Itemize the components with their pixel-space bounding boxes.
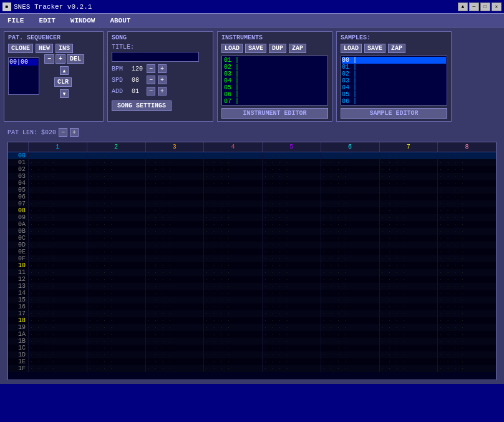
grid-cell[interactable]: · · · · — [321, 290, 379, 297]
grid-cell[interactable]: · · · · — [28, 331, 87, 338]
grid-cell[interactable]: · · · · — [28, 159, 87, 166]
inst-zap-button[interactable]: ZAP — [289, 44, 306, 53]
grid-cell[interactable]: · · · · — [87, 269, 145, 276]
grid-row[interactable]: 15· · · ·· · · ·· · · ·· · · ·· · · ·· ·… — [8, 297, 496, 303]
grid-cell[interactable]: · · · · — [145, 173, 204, 180]
grid-row[interactable]: 0D· · · ·· · · ·· · · ·· · · ·· · · ·· ·… — [8, 242, 496, 248]
inst-item-4[interactable]: 04 | — [223, 77, 327, 84]
grid-cell[interactable]: · · · · — [87, 317, 145, 324]
sample-editor-button[interactable]: SAMPLE EDITOR — [341, 108, 447, 119]
grid-cell[interactable]: · · · · — [28, 310, 87, 317]
grid-cell[interactable]: · · · · — [203, 317, 262, 324]
grid-cell[interactable]: · · · · — [203, 283, 262, 290]
grid-cell[interactable]: · · · · — [87, 351, 145, 358]
seq-item-0[interactable]: 00|00 — [9, 59, 38, 66]
grid-row[interactable]: 05· · · ·· · · ·· · · ·· · · ·· · · ·· ·… — [8, 187, 496, 194]
grid-cell[interactable]: · · · · — [262, 235, 321, 242]
grid-cell[interactable]: · · · · — [203, 365, 262, 372]
grid-cell[interactable]: · · · · — [87, 200, 145, 207]
grid-cell[interactable]: · · · · — [87, 152, 145, 159]
add-minus-button[interactable]: − — [147, 87, 155, 96]
grid-cell[interactable]: · · · · — [321, 242, 379, 248]
grid-cell[interactable]: · · · · — [262, 317, 321, 324]
grid-row[interactable]: 13· · · ·· · · ·· · · ·· · · ·· · · ·· ·… — [8, 283, 496, 290]
grid-cell[interactable]: · · · · — [203, 297, 262, 303]
grid-cell[interactable]: · · · · — [321, 200, 379, 207]
grid-row[interactable]: 1A· · · ·· · · ·· · · ·· · · ·· · · ·· ·… — [8, 331, 496, 338]
bpm-minus-button[interactable]: − — [147, 64, 155, 73]
grid-cell[interactable]: · · · · — [437, 228, 496, 235]
inst-dup-button[interactable]: DUP — [269, 44, 286, 53]
grid-cell[interactable]: · · · · — [321, 276, 379, 283]
grid-cell[interactable]: · · · · — [437, 173, 496, 180]
grid-cell[interactable]: · · · · — [28, 297, 87, 303]
grid-cell[interactable]: · · · · — [145, 194, 204, 200]
grid-cell[interactable]: · · · · — [28, 358, 87, 365]
grid-cell[interactable]: · · · · — [437, 317, 496, 324]
grid-cell[interactable]: · · · · — [87, 283, 145, 290]
grid-cell[interactable]: · · · · — [28, 262, 87, 269]
grid-cell[interactable]: · · · · — [321, 365, 379, 372]
grid-cell[interactable]: · · · · — [321, 269, 379, 276]
menu-about[interactable]: ABOUT — [107, 16, 133, 26]
song-title-input[interactable] — [112, 52, 199, 62]
sample-item-5[interactable]: 05 | — [342, 91, 446, 98]
grid-cell[interactable]: · · · · — [262, 255, 321, 262]
grid-cell[interactable]: · · · · — [379, 331, 438, 338]
sample-item-2[interactable]: 02 | — [342, 71, 446, 77]
grid-cell[interactable]: · · · · — [379, 173, 438, 180]
grid-row[interactable]: 07· · · ·· · · ·· · · ·· · · ·· · · ·· ·… — [8, 200, 496, 207]
grid-row[interactable]: 16· · · ·· · · ·· · · ·· · · ·· · · ·· ·… — [8, 303, 496, 310]
grid-cell[interactable]: · · · · — [87, 248, 145, 255]
pat-len-minus-button[interactable]: − — [59, 128, 67, 137]
grid-cell[interactable]: · · · · — [379, 303, 438, 310]
menu-window[interactable]: WINDOW — [68, 16, 98, 26]
grid-cell[interactable]: · · · · — [28, 207, 87, 214]
grid-cell[interactable]: · · · · — [203, 228, 262, 235]
grid-cell[interactable]: · · · · — [28, 187, 87, 194]
grid-row[interactable]: 1B· · · ·· · · ·· · · ·· · · ·· · · ·· ·… — [8, 338, 496, 345]
grid-cell[interactable]: · · · · — [145, 248, 204, 255]
grid-cell[interactable]: · · · · — [145, 303, 204, 310]
grid-cell[interactable]: · · · · — [321, 207, 379, 214]
grid-cell[interactable]: · · · · — [321, 297, 379, 303]
grid-row[interactable]: 1D· · · ·· · · ·· · · ·· · · ·· · · ·· ·… — [8, 351, 496, 358]
grid-cell[interactable]: · · · · — [145, 283, 204, 290]
grid-cell[interactable]: · · · · — [203, 235, 262, 242]
sample-item-3[interactable]: 03 | — [342, 77, 446, 84]
grid-cell[interactable]: · · · · — [262, 262, 321, 269]
grid-cell[interactable]: · · · · — [145, 187, 204, 194]
grid-cell[interactable]: · · · · — [437, 207, 496, 214]
grid-cell[interactable]: · · · · — [87, 180, 145, 187]
grid-cell[interactable]: · · · · — [437, 303, 496, 310]
grid-cell[interactable]: · · · · — [437, 351, 496, 358]
grid-cell[interactable]: · · · · — [321, 248, 379, 255]
grid-cell[interactable]: · · · · — [87, 338, 145, 345]
grid-cell[interactable]: · · · · — [203, 180, 262, 187]
grid-row[interactable]: 19· · · ·· · · ·· · · ·· · · ·· · · ·· ·… — [8, 324, 496, 331]
grid-cell[interactable]: · · · · — [379, 221, 438, 228]
inst-item-6[interactable]: 06 | — [223, 91, 327, 98]
inst-item-7[interactable]: 07 | — [223, 98, 327, 105]
sample-zap-button[interactable]: ZAP — [388, 44, 405, 53]
grid-cell[interactable]: · · · · — [437, 358, 496, 365]
grid-cell[interactable]: · · · · — [379, 159, 438, 166]
grid-cell[interactable]: · · · · — [321, 310, 379, 317]
sequence-list[interactable]: 00|00 — [8, 57, 39, 95]
grid-cell[interactable]: · · · · — [379, 214, 438, 221]
del-button[interactable]: DEL — [67, 54, 84, 64]
grid-cell[interactable]: · · · · — [262, 276, 321, 283]
grid-cell[interactable]: · · · · — [28, 338, 87, 345]
grid-cell[interactable]: · · · · — [437, 338, 496, 345]
grid-cell[interactable]: · · · · — [379, 345, 438, 351]
grid-cell[interactable]: · · · · — [203, 255, 262, 262]
sample-item-0[interactable]: 00 | — [342, 57, 446, 64]
grid-cell[interactable]: · · · · — [28, 283, 87, 290]
grid-cell[interactable]: · · · · — [437, 345, 496, 351]
grid-cell[interactable]: · · · · — [437, 324, 496, 331]
grid-cell[interactable]: · · · · — [379, 180, 438, 187]
seq-down-button[interactable]: ▼ — [60, 89, 69, 98]
grid-row[interactable]: 06· · · ·· · · ·· · · ·· · · ·· · · ·· ·… — [8, 194, 496, 200]
grid-cell[interactable]: · · · · — [437, 242, 496, 248]
grid-cell[interactable]: · · · · — [145, 255, 204, 262]
